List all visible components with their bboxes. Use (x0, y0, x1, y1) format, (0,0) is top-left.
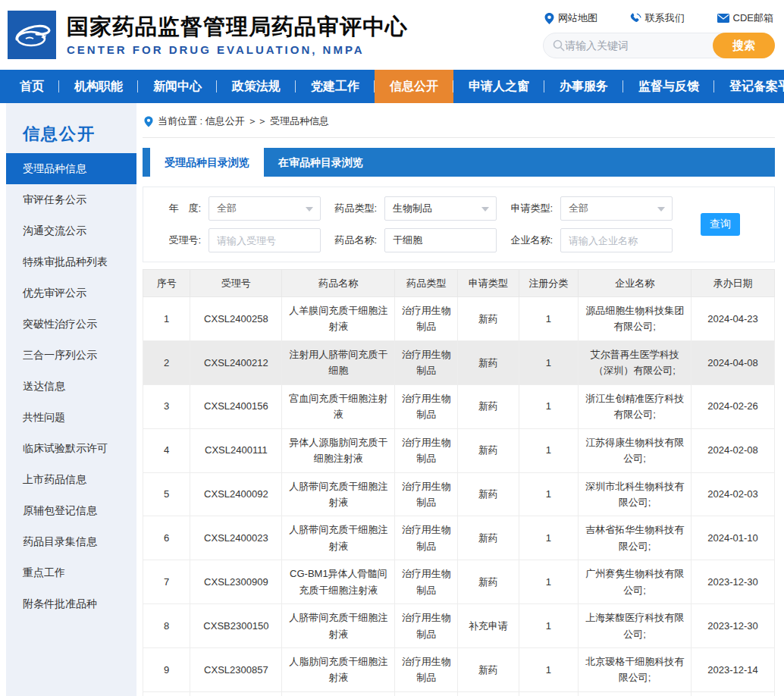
table-row[interactable]: 6 CXSL2400023 人脐带间充质干细胞注射液 治疗用生物制品 新药 1 … (143, 516, 775, 560)
cell-drug-type: 治疗用生物制品 (395, 297, 458, 341)
accept-no-input[interactable] (209, 228, 321, 252)
sidebar-item[interactable]: 药品目录集信息 (6, 526, 136, 557)
query-button[interactable]: 查询 (701, 213, 740, 236)
cell-drug-name: 人脂肪间充质干细胞注射液 (282, 648, 395, 692)
cell-reg-class: 1 (519, 297, 579, 341)
cde-logo (8, 11, 56, 59)
table-row[interactable]: 7 CXSL2300909 CG-BM1异体人骨髓间充质干细胞注射液 治疗用生物… (143, 560, 775, 604)
cell-apply-type: 新药 (457, 516, 519, 560)
cell-drug-name: 人脐带间充质干细胞注射液 (282, 516, 395, 560)
tab-under-review-catalog[interactable]: 在审品种目录浏览 (264, 148, 378, 177)
cell-reg-class: 1 (519, 691, 579, 696)
table-row[interactable]: 10 CXSB2300138 HBG基因修饰的自体CD34+造血干细胞注射液 治… (143, 691, 775, 696)
search-input[interactable] (565, 39, 708, 52)
col-header-reg-class: 注册分类 (519, 270, 579, 297)
sidebar-item[interactable]: 沟通交流公示 (6, 215, 136, 246)
cell-company: 浙江生创精准医疗科技有限公司; (579, 384, 691, 428)
nav-item[interactable]: 登记备案平台 (714, 70, 784, 103)
sidebar-item-label: 药品目录集信息 (23, 535, 97, 547)
nav-item[interactable]: 首页 (5, 70, 59, 103)
nav-item[interactable]: 监督与反馈 (623, 70, 714, 103)
apply-type-select[interactable]: 全部 (560, 196, 673, 221)
sidebar-item[interactable]: 送达信息 (6, 371, 136, 402)
table-row[interactable]: 5 CXSL2400092 人脐带间充质干细胞注射液 治疗用生物制品 新药 1 … (143, 472, 775, 516)
drug-type-select[interactable]: 生物制品 (384, 196, 497, 221)
cell-company: 艾尔普再生医学科技（深圳）有限公司; (579, 340, 691, 384)
cell-accept-no: CXSB2300150 (190, 604, 282, 648)
sidebar-item[interactable]: 临床试验默示许可 (6, 433, 136, 464)
cell-drug-type: 治疗用生物制品 (395, 604, 458, 648)
nav-item[interactable]: 信息公开 (375, 70, 453, 103)
cell-reg-class: 1 (519, 472, 579, 516)
drug-type-label: 药品类型: (321, 202, 384, 215)
table-header-row: 序号 受理号 药品名称 药品类型 申请类型 注册分类 企业名称 承办日期 (143, 270, 775, 297)
drug-name-input[interactable] (384, 228, 497, 252)
sidebar-item-label: 上市药品信息 (23, 473, 86, 485)
cell-accept-no: CXSL2400111 (190, 428, 282, 472)
cell-drug-name: 人脐带间充质干细胞注射液 (282, 604, 395, 648)
site-subtitle: CENTER FOR DRUG EVALUATION, NMPA (67, 43, 408, 56)
cell-drug-type: 治疗用生物制品 (395, 516, 458, 560)
search-button[interactable]: 搜索 (713, 33, 775, 58)
cell-company: 源品细胞生物科技集团有限公司; (579, 297, 691, 341)
company-input[interactable] (560, 228, 673, 252)
sidebar-item[interactable]: 上市药品信息 (6, 464, 136, 495)
sidebar-item[interactable]: 三合一序列公示 (6, 340, 136, 371)
table-row[interactable]: 2 CXSL2400212 注射用人脐带间充质干细胞 治疗用生物制品 新药 1 … (143, 340, 775, 384)
nav-item[interactable]: 新闻中心 (138, 70, 217, 103)
sitemap-link[interactable]: 网站地图 (544, 11, 597, 25)
cell-apply-type: 补充申请 (457, 691, 519, 696)
cell-company: 吉林省拓华生物科技有限公司; (579, 516, 691, 560)
nav-item-label: 首页 (20, 79, 44, 95)
nav-item-label: 登记备案平台 (729, 79, 784, 95)
cell-company: 北京瑷格干细胞科技有限公司; (579, 648, 691, 692)
cell-date: 2023-12-30 (691, 560, 775, 604)
sidebar-item[interactable]: 特殊审批品种列表 (6, 246, 136, 277)
table-row[interactable]: 4 CXSL2400111 异体人源脂肪间充质干细胞注射液 治疗用生物制品 新药… (143, 428, 775, 472)
year-select[interactable]: 全部 (209, 196, 321, 221)
cell-drug-name: 人脐带间充质干细胞注射液 (282, 472, 395, 516)
cell-no: 4 (143, 428, 190, 472)
sidebar: 信息公开 受理品种信息 审评任务公示 沟通交流公示 特殊审批品种列表 优先审评公… (6, 103, 136, 696)
cell-drug-type: 治疗用生物制品 (395, 472, 458, 516)
nav-item[interactable]: 党建工作 (296, 70, 375, 103)
sidebar-item[interactable]: 突破性治疗公示 (6, 309, 136, 340)
nav-item[interactable]: 机构职能 (59, 70, 138, 103)
cell-company: 广州瑞风生物科技有限公司; (579, 691, 691, 696)
table-body: 1 CXSL2400258 人羊膜间充质干细胞注射液 治疗用生物制品 新药 1 … (143, 297, 775, 696)
table-row[interactable]: 8 CXSB2300150 人脐带间充质干细胞注射液 治疗用生物制品 补充申请 … (143, 604, 775, 648)
main-content: 当前位置 : 信息公开 ＞＞ 受理品种信息 受理品种目录浏览 在审品种目录浏览 … (136, 103, 784, 696)
contact-link[interactable]: 联系我们 (630, 11, 685, 25)
sidebar-item-label: 送达信息 (23, 380, 65, 392)
nav-item[interactable]: 办事服务 (544, 70, 623, 103)
nav-item[interactable]: 政策法规 (217, 70, 296, 103)
cell-drug-name: 异体人源脂肪间充质干细胞注射液 (282, 428, 395, 472)
cell-date: 2023-12-14 (691, 648, 775, 692)
chevron-down-icon (657, 207, 665, 212)
cell-accept-no: CXSL2300857 (190, 648, 282, 692)
cell-drug-name: 宫血间充质干细胞注射液 (282, 384, 395, 428)
nav-item-label: 党建工作 (311, 79, 359, 95)
nav-item-label: 政策法规 (232, 79, 281, 95)
sidebar-item[interactable]: 原辅包登记信息 (6, 495, 136, 526)
cell-accept-no: CXSL2400156 (190, 384, 282, 428)
location-pin-icon (144, 116, 153, 127)
sidebar-item[interactable]: 共性问题 (6, 402, 136, 433)
table-row[interactable]: 9 CXSL2300857 人脂肪间充质干细胞注射液 治疗用生物制品 新药 1 … (143, 648, 775, 692)
tab-accepted-catalog[interactable]: 受理品种目录浏览 (150, 148, 264, 177)
sidebar-item-label: 附条件批准品种 (23, 597, 97, 610)
year-select-value: 全部 (217, 202, 237, 215)
nav-item-label: 监督与反馈 (638, 79, 699, 95)
cell-date: 2024-02-03 (691, 472, 775, 516)
table-row[interactable]: 3 CXSL2400156 宫血间充质干细胞注射液 治疗用生物制品 新药 1 浙… (143, 384, 775, 428)
nav-item[interactable]: 申请人之窗 (453, 70, 544, 103)
sidebar-item[interactable]: 附条件批准品种 (6, 588, 136, 619)
sidebar-item[interactable]: 优先审评公示 (6, 277, 136, 309)
sidebar-item-label: 审评任务公示 (23, 193, 86, 205)
sidebar-item[interactable]: 受理品种信息 (6, 153, 136, 184)
mailbox-link[interactable]: CDE邮箱 (717, 11, 773, 25)
sidebar-item[interactable]: 审评任务公示 (6, 184, 136, 215)
table-row[interactable]: 1 CXSL2400258 人羊膜间充质干细胞注射液 治疗用生物制品 新药 1 … (143, 297, 775, 341)
breadcrumb: 当前位置 : 信息公开 ＞＞ 受理品种信息 (143, 103, 775, 138)
sidebar-item[interactable]: 重点工作 (6, 557, 136, 588)
